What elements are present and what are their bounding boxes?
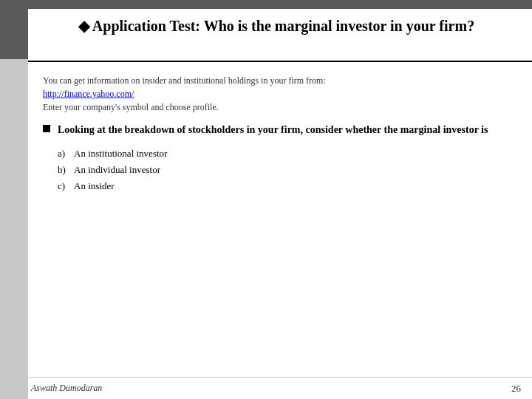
sub-item-c: c) An insider [58,180,510,192]
sub-label-b: b) [58,164,74,176]
main-bullet-text: Looking at the breakdown of stockholders… [58,123,510,137]
main-bullet-section: Looking at the breakdown of stockholders… [43,123,510,137]
top-bar [28,0,532,9]
sub-list: a) An institutional investor b) An indiv… [58,148,510,192]
info-line-3: Enter your company's symbol and choose p… [43,100,510,114]
slide-container: ◆Application Test: Who is the marginal i… [0,0,532,399]
info-line-1: You can get information on insider and i… [43,74,510,87]
sub-text-b: An individual investor [74,164,160,176]
footer-author: Aswath Damodaran [31,383,102,394]
info-line-link[interactable]: http://finance.yahoo.com/ [43,87,510,100]
sub-label-c: c) [58,180,74,192]
diamond-bullet-icon: ◆ [78,18,89,34]
footer: Aswath Damodaran 26 [0,377,532,399]
sub-text-c: An insider [74,180,115,192]
content-area: You can get information on insider and i… [28,65,532,377]
slide-title: ◆Application Test: Who is the marginal i… [35,16,517,35]
sidebar-mid-light [0,59,28,399]
info-block: You can get information on insider and i… [43,74,510,114]
sub-item-b: b) An individual investor [58,164,510,176]
sub-label-a: a) [58,148,74,160]
sub-text-a: An institutional investor [74,148,167,160]
title-divider [28,61,532,62]
bullet-square-icon [43,125,50,132]
yahoo-finance-link[interactable]: http://finance.yahoo.com/ [43,89,134,99]
left-sidebar [0,0,28,399]
sub-item-a: a) An institutional investor [58,148,510,160]
title-area: ◆Application Test: Who is the marginal i… [28,9,532,43]
sidebar-top-dark [0,0,28,59]
footer-page-number: 26 [511,383,521,395]
